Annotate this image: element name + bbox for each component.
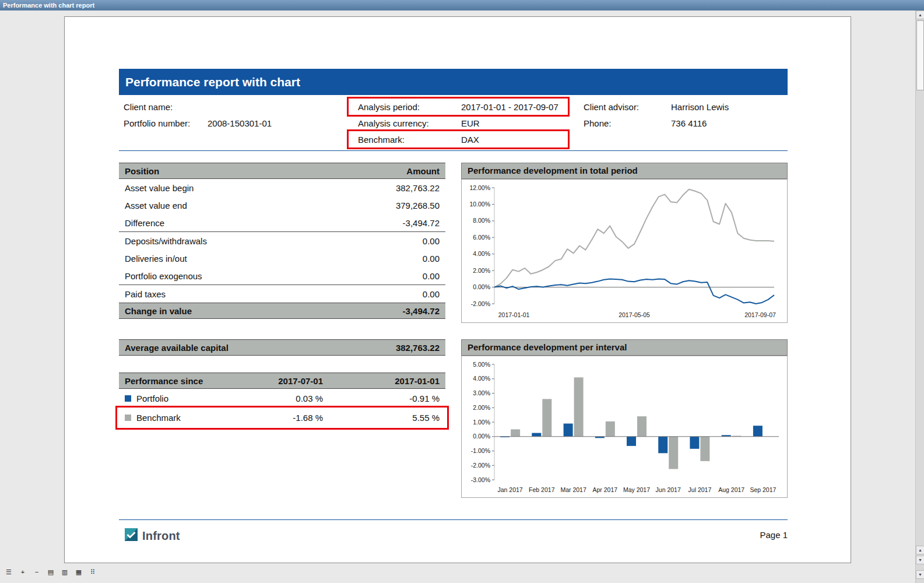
svg-text:0.00%: 0.00% (473, 433, 490, 440)
svg-text:May 2017: May 2017 (623, 486, 650, 493)
report-title: Performance report with chart (125, 75, 300, 89)
total-value: -3,494.72 (403, 306, 440, 316)
page-down-button[interactable]: ▼ (916, 570, 924, 579)
chart-title: Performance development per interval (468, 342, 627, 352)
svg-text:5.00%: 5.00% (473, 361, 490, 368)
performance-since-table: Performance since 2017-07-01 2017-01-01 … (119, 373, 445, 427)
svg-text:Jan 2017: Jan 2017 (497, 486, 522, 493)
svg-text:2017-05-05: 2017-05-05 (619, 311, 650, 318)
line-chart-canvas: 12.00%10.00%8.00%6.00%4.00%2.00%0.00%-2.… (462, 180, 787, 322)
benchmark-legend-swatch (125, 415, 131, 421)
svg-text:Sep 2017: Sep 2017 (750, 486, 776, 493)
scroll-line-up-button[interactable]: ▲ (916, 546, 924, 554)
row-value: 0.00 (423, 289, 440, 299)
table-row: Difference -3,494.72 (119, 214, 445, 231)
svg-text:Feb 2017: Feb 2017 (529, 486, 555, 493)
svg-text:Jul 2017: Jul 2017 (688, 486, 712, 493)
phone-value: 736 4116 (671, 115, 707, 132)
analysis-period-label: Analysis period: (358, 99, 420, 115)
row-label: Asset value begin (125, 183, 396, 193)
client-advisor-label: Client advisor: (584, 99, 639, 115)
report-title-banner: Performance report with chart (119, 69, 788, 95)
row-value: 0.00 (423, 236, 440, 246)
svg-text:Apr 2017: Apr 2017 (592, 486, 617, 493)
svg-text:-3.00%: -3.00% (471, 476, 490, 483)
column-header-performance-since: Performance since (125, 376, 230, 386)
per-interval-chart-header: Performance development per interval (461, 339, 788, 356)
table-row: Portfolio exogenous 0.00 (119, 267, 445, 285)
total-label: Change in value (125, 306, 403, 316)
thumbnail-grid-button[interactable]: ⠿ (89, 568, 97, 576)
row-label: Deliveries in/out (125, 254, 423, 264)
portfolio-number-label: Portfolio number: (124, 115, 190, 132)
row-label: Paid taxes (125, 289, 423, 299)
client-advisor-value: Harrison Lewis (671, 99, 729, 115)
svg-text:3.00%: 3.00% (473, 389, 490, 396)
position-table: Position Amount Asset value begin 382,76… (119, 163, 445, 319)
window-title: Performance with chart report (3, 2, 94, 9)
svg-text:-2.00%: -2.00% (471, 462, 490, 469)
single-page-button[interactable]: ▤ (47, 568, 55, 576)
window-titlebar[interactable]: Performance with chart report (0, 0, 924, 10)
row-value: 379,268.50 (396, 201, 440, 210)
table-row: Asset value end 379,268.50 (119, 196, 445, 214)
vertical-scrollbar[interactable]: ▲ ▲ ▼ ▼ (915, 10, 924, 583)
benchmark-row: Benchmark -1.68 % 5.55 % (119, 408, 445, 427)
svg-text:2.00%: 2.00% (473, 267, 490, 274)
svg-text:-1.00%: -1.00% (471, 447, 490, 454)
row-label: Difference (125, 218, 403, 228)
row-value: 0.00 (423, 254, 440, 264)
svg-text:4.00%: 4.00% (473, 375, 490, 382)
row-value: -3,494.72 (403, 218, 440, 228)
average-capital-label: Average available capital (125, 343, 396, 353)
benchmark-value: DAX (461, 132, 479, 148)
average-capital-value: 382,763.22 (396, 343, 440, 353)
two-page-button[interactable]: ▥ (61, 568, 69, 576)
benchmark-label: Benchmark: (358, 132, 405, 148)
zoom-out-button[interactable]: − (33, 568, 41, 575)
zoom-in-button[interactable]: + (19, 568, 27, 575)
per-interval-chart: 5.00%4.00%3.00%2.00%1.00%0.00%-1.00%-2.0… (461, 356, 788, 498)
position-table-header: Position Amount (119, 163, 445, 179)
row-label: Portfolio exogenous (125, 271, 423, 281)
row-value: 5.55 % (323, 413, 440, 423)
menu-icon[interactable]: ☰ (5, 568, 13, 576)
svg-text:2017-01-01: 2017-01-01 (498, 311, 530, 318)
scroll-thumb[interactable] (916, 20, 924, 90)
column-header-amount: Amount (406, 166, 440, 176)
multi-page-button[interactable]: ▦ (75, 568, 83, 576)
column-header-period2: 2017-01-01 (323, 376, 440, 386)
row-value: -1.68 % (230, 413, 323, 423)
svg-text:Jun 2017: Jun 2017 (656, 486, 681, 493)
table-row: Paid taxes 0.00 (119, 285, 445, 303)
client-name-label: Client name: (124, 99, 173, 115)
average-capital-bar: Average available capital 382,763.22 (119, 339, 445, 356)
report-page: Performance report with chart Client nam… (64, 16, 851, 563)
svg-text:2.00%: 2.00% (473, 404, 490, 411)
row-value: -0.91 % (323, 394, 440, 403)
phone-label: Phone: (584, 115, 612, 132)
viewer-toolbar: ☰ + − ▤ ▥ ▦ ⠿ (0, 566, 912, 578)
bar-chart-canvas: 5.00%4.00%3.00%2.00%1.00%0.00%-1.00%-2.0… (462, 356, 787, 497)
analysis-currency-value: EUR (461, 115, 480, 132)
row-label: Deposits/withdrawals (125, 236, 423, 246)
footer-divider-line (119, 519, 788, 520)
svg-text:-2.00%: -2.00% (471, 300, 490, 307)
scroll-up-button[interactable]: ▲ (916, 10, 924, 19)
table-row: Deliveries in/out 0.00 (119, 250, 445, 267)
svg-text:0.00%: 0.00% (473, 283, 490, 290)
svg-text:Mar 2017: Mar 2017 (560, 486, 586, 493)
row-value: 0.00 (423, 271, 440, 281)
table-row: Deposits/withdrawals 0.00 (119, 232, 445, 250)
column-header-period1: 2017-07-01 (230, 376, 323, 386)
portfolio-number-value: 2008-150301-01 (208, 115, 272, 132)
row-value: 382,763.22 (396, 183, 440, 193)
svg-text:10.00%: 10.00% (469, 201, 490, 208)
svg-text:6.00%: 6.00% (473, 234, 490, 241)
performance-table-header: Performance since 2017-07-01 2017-01-01 (119, 373, 445, 389)
row-label: Benchmark (136, 413, 181, 423)
svg-text:1.00%: 1.00% (473, 419, 490, 426)
portfolio-row: Portfolio 0.03 % -0.91 % (119, 389, 445, 408)
scroll-line-down-button[interactable]: ▼ (916, 556, 924, 564)
page-number: Page 1 (119, 530, 788, 540)
